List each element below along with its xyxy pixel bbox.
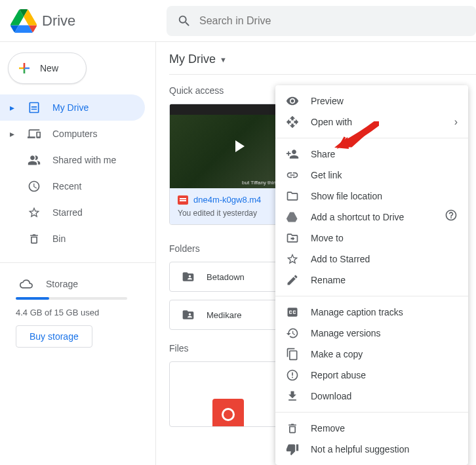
nav-label: Shared with me	[52, 155, 116, 165]
video-file-icon	[178, 195, 188, 205]
divider	[275, 296, 468, 296]
logo-area[interactable]: Drive	[10, 8, 167, 34]
nav-list: ▸ My Drive ▸ Computers Shared with me Re…	[0, 94, 155, 252]
expand-icon[interactable]: ▸	[8, 129, 16, 139]
plus-icon	[16, 60, 32, 76]
nav-label: Computers	[52, 129, 97, 139]
folder-shared-icon	[180, 270, 196, 283]
my-drive-icon	[28, 101, 41, 114]
menu-get-link[interactable]: Get link	[275, 165, 468, 186]
new-label: New	[40, 63, 58, 73]
menu-show-location[interactable]: Show file location	[275, 186, 468, 207]
trash-icon	[286, 422, 299, 435]
help-icon[interactable]	[445, 209, 458, 222]
search-input[interactable]	[199, 15, 466, 27]
copy-icon	[286, 348, 299, 361]
quick-filename: dne4m-k0gw8.m4	[178, 195, 279, 205]
menu-share[interactable]: Share	[275, 144, 468, 165]
new-button[interactable]: New	[8, 52, 87, 84]
nav-label: My Drive	[52, 102, 89, 113]
folder-name: Medikare	[207, 310, 241, 320]
link-icon	[286, 169, 299, 182]
expand-icon[interactable]: ▸	[8, 102, 16, 113]
move-to-icon	[286, 232, 299, 245]
search-icon	[177, 14, 191, 28]
storage-fill	[16, 297, 49, 300]
nav-shared[interactable]: Shared with me	[0, 147, 145, 173]
context-menu: Preview Open with › Share Get link Show …	[275, 85, 468, 465]
storage-used-text: 4.4 GB of 15 GB used	[16, 308, 140, 317]
nav-label: Bin	[52, 233, 66, 244]
file-card[interactable]	[169, 361, 287, 427]
eye-icon	[286, 94, 299, 108]
nav-bin[interactable]: Bin	[0, 226, 145, 252]
thumb-down-icon	[286, 443, 299, 456]
report-icon	[286, 369, 299, 382]
play-icon	[235, 140, 245, 152]
folder-shared-icon	[180, 308, 196, 321]
drive-logo-icon	[10, 8, 37, 34]
star-icon	[286, 253, 299, 266]
menu-remove[interactable]: Remove	[275, 418, 468, 439]
nav-computers[interactable]: ▸ Computers	[0, 121, 145, 147]
dropdown-arrow-icon: ▼	[220, 56, 227, 64]
breadcrumb-title: My Drive	[169, 52, 216, 66]
chevron-right-icon: ›	[454, 116, 458, 128]
buy-storage-button[interactable]: Buy storage	[16, 325, 92, 348]
folder-item[interactable]: Betadown	[169, 262, 287, 292]
nav-my-drive[interactable]: ▸ My Drive	[0, 94, 145, 121]
nav-recent[interactable]: Recent	[0, 173, 145, 199]
nav-label: Recent	[52, 181, 81, 192]
folder-item[interactable]: Medikare	[169, 300, 287, 330]
quick-access-card[interactable]: but Tiffany thinks dne4m-k0gw8.m4 You ed…	[169, 104, 287, 225]
open-with-icon	[286, 115, 299, 129]
cloud-icon	[20, 277, 33, 291]
menu-manage-versions[interactable]: Manage versions	[275, 323, 468, 344]
starred-icon	[28, 206, 41, 219]
recent-icon	[28, 180, 41, 193]
folder-icon	[286, 190, 299, 203]
download-icon	[286, 390, 299, 403]
quick-subtext: You edited it yesterday	[178, 209, 279, 218]
app-title: Drive	[42, 12, 75, 30]
bin-icon	[28, 232, 41, 245]
pdf-file-icon	[212, 399, 244, 427]
search-bar[interactable]	[167, 6, 476, 36]
divider	[0, 262, 155, 263]
history-icon	[286, 327, 299, 340]
divider	[275, 412, 468, 413]
breadcrumb[interactable]: My Drive ▼	[169, 52, 476, 75]
storage-label: Storage	[46, 279, 78, 289]
topbar: Drive	[0, 0, 476, 42]
divider	[275, 138, 468, 138]
menu-rename[interactable]: Rename	[275, 270, 468, 291]
cc-icon	[286, 306, 299, 319]
nav-starred[interactable]: Starred	[0, 199, 145, 226]
menu-not-helpful[interactable]: Not a helpful suggestion	[275, 439, 468, 460]
folder-name: Betadown	[207, 272, 245, 282]
menu-report-abuse[interactable]: Report abuse	[275, 365, 468, 386]
quick-card-info: dne4m-k0gw8.m4 You edited it yesterday	[170, 188, 287, 224]
video-thumbnail: but Tiffany thinks	[170, 104, 287, 188]
nav-storage[interactable]: Storage	[16, 271, 140, 297]
menu-add-shortcut[interactable]: Add a shortcut to Drive	[275, 207, 468, 228]
storage-bar	[16, 297, 127, 300]
computers-icon	[28, 127, 41, 140]
nav-label: Starred	[52, 207, 83, 218]
shared-icon	[28, 153, 41, 167]
menu-make-copy[interactable]: Make a copy	[275, 344, 468, 365]
menu-preview[interactable]: Preview	[275, 91, 468, 111]
storage-section: Storage 4.4 GB of 15 GB used Buy storage	[0, 268, 155, 348]
menu-open-with[interactable]: Open with ›	[275, 111, 468, 132]
menu-move-to[interactable]: Move to	[275, 228, 468, 249]
pencil-icon	[286, 273, 299, 287]
drive-shortcut-icon	[286, 211, 299, 224]
sidebar: New ▸ My Drive ▸ Computers Shared with m…	[0, 42, 156, 465]
menu-download[interactable]: Download	[275, 386, 468, 407]
menu-manage-captions[interactable]: Manage caption tracks	[275, 302, 468, 323]
menu-add-starred[interactable]: Add to Starred	[275, 249, 468, 270]
person-add-icon	[286, 148, 299, 161]
